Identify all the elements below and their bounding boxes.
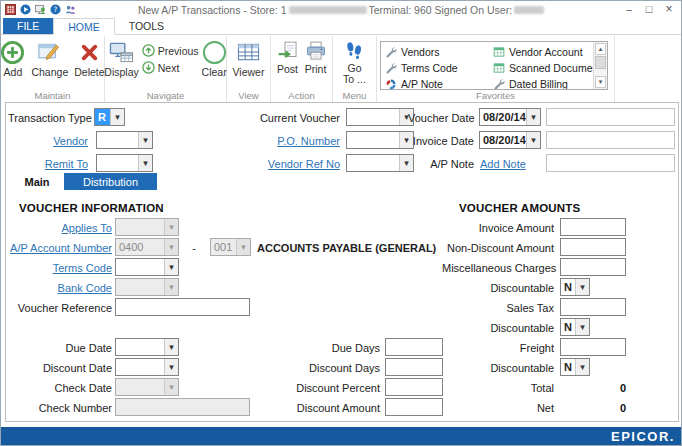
chevron-down-icon bbox=[236, 239, 250, 255]
remit-to-link[interactable]: Remit To bbox=[8, 155, 88, 173]
favorite-item-terms-code[interactable]: Terms Code bbox=[385, 61, 458, 75]
favorite-item-ap-note[interactable]: A/P Note bbox=[385, 77, 443, 90]
remit-to-combo[interactable] bbox=[96, 154, 153, 172]
net-label: Net bbox=[442, 399, 554, 417]
non-discount-amount-label: Non-Discount Amount bbox=[442, 239, 554, 257]
due-date-combo[interactable] bbox=[115, 338, 179, 356]
vendor-link[interactable]: Vendor bbox=[8, 132, 88, 150]
vendor-ref-no-combo[interactable] bbox=[346, 154, 414, 172]
print-button[interactable]: Print bbox=[302, 40, 330, 75]
go-to-button[interactable]: GoTo ... bbox=[340, 40, 369, 85]
favorites-scrollbar[interactable] bbox=[593, 42, 607, 89]
add-note-link[interactable]: Add Note bbox=[480, 155, 540, 173]
discount-amount-input[interactable] bbox=[385, 398, 443, 416]
tab-home[interactable]: HOME bbox=[53, 18, 115, 35]
play-icon[interactable] bbox=[20, 4, 31, 15]
display-button[interactable]: Display bbox=[101, 40, 141, 78]
next-button[interactable]: Next bbox=[142, 61, 199, 74]
redacted-text bbox=[289, 6, 367, 14]
chevron-down-icon bbox=[138, 132, 152, 148]
sales-tax-input[interactable] bbox=[560, 298, 626, 316]
transaction-type-combo[interactable]: R bbox=[94, 108, 125, 126]
ap-note-label: A/P Note bbox=[408, 155, 474, 173]
chevron-down-icon bbox=[138, 155, 152, 171]
current-voucher-label: Current Voucher bbox=[250, 109, 340, 127]
discountable-3-combo[interactable]: N bbox=[560, 358, 590, 376]
scroll-up-icon[interactable] bbox=[595, 43, 606, 55]
due-date-label: Due Date bbox=[8, 339, 112, 357]
tab-tools[interactable]: TOOLS bbox=[115, 18, 178, 34]
voucher-reference-input[interactable] bbox=[115, 298, 250, 316]
close-button[interactable] bbox=[659, 1, 679, 17]
favorite-item-vendors[interactable]: Vendors bbox=[385, 45, 440, 59]
invoice-amount-input[interactable] bbox=[560, 218, 626, 236]
previous-button[interactable]: Previous bbox=[142, 44, 199, 57]
table-icon bbox=[493, 62, 505, 74]
favorite-item-scanned-documents[interactable]: Scanned Documents bbox=[493, 61, 606, 75]
account-description: ACCOUNTS PAYABLE (GENERAL) bbox=[257, 239, 457, 257]
chevron-down-icon bbox=[164, 279, 178, 295]
ribbon: Add Change Delete Maintain Display Previ… bbox=[1, 36, 681, 102]
window-title-part2: Terminal: 960 Signed On User: bbox=[369, 4, 513, 16]
applies-to-link[interactable]: Applies To bbox=[8, 219, 112, 237]
viewer-button[interactable]: Viewer bbox=[230, 40, 268, 78]
delete-icon bbox=[77, 40, 102, 65]
check-number-input bbox=[115, 398, 250, 416]
add-button[interactable]: Add bbox=[0, 40, 28, 78]
discount-days-input[interactable] bbox=[385, 358, 443, 376]
ap-account-sub-combo: 001 bbox=[210, 238, 251, 256]
scroll-down-icon[interactable] bbox=[595, 76, 606, 88]
terms-code-link[interactable]: Terms Code bbox=[8, 259, 112, 277]
chevron-down-icon bbox=[575, 279, 589, 295]
discountable-3-label: Discountable bbox=[442, 359, 554, 377]
change-button[interactable]: Change bbox=[28, 40, 71, 78]
current-voucher-combo[interactable] bbox=[346, 108, 414, 126]
session-icon[interactable] bbox=[35, 4, 46, 15]
titlebar: ? New A/P Transactions - Store: 1 Termin… bbox=[1, 1, 681, 18]
status-bar: EPICOR. bbox=[1, 427, 681, 445]
discountable-2-combo[interactable]: N bbox=[560, 318, 590, 336]
tab-main[interactable]: Main bbox=[10, 173, 64, 190]
po-number-combo[interactable] bbox=[346, 131, 414, 149]
non-discount-amount-input[interactable] bbox=[560, 238, 626, 256]
post-button[interactable]: Post bbox=[274, 40, 302, 75]
minimize-button[interactable] bbox=[619, 1, 639, 17]
maximize-button[interactable] bbox=[639, 1, 659, 17]
bank-code-link[interactable]: Bank Code bbox=[8, 279, 112, 297]
voucher-description-field-2 bbox=[546, 131, 675, 149]
voucher-amounts-title: VOUCHER AMOUNTS bbox=[459, 202, 580, 214]
scrollbar-thumb[interactable] bbox=[595, 56, 606, 69]
table-icon bbox=[493, 46, 505, 58]
clear-button[interactable]: Clear bbox=[199, 40, 230, 78]
po-number-link[interactable]: P.O. Number bbox=[250, 132, 340, 150]
vendor-combo[interactable] bbox=[96, 131, 153, 149]
chevron-down-icon bbox=[164, 239, 178, 255]
titlebar-icons: ? bbox=[1, 4, 76, 15]
discount-percent-input[interactable] bbox=[385, 378, 443, 396]
users-icon[interactable] bbox=[65, 4, 76, 15]
check-date-combo bbox=[115, 378, 179, 396]
due-days-input[interactable] bbox=[385, 338, 443, 356]
discountable-1-combo[interactable]: N bbox=[560, 278, 590, 296]
voucher-information-title: VOUCHER INFORMATION bbox=[19, 202, 164, 214]
footprints-icon bbox=[343, 40, 365, 62]
tab-file[interactable]: FILE bbox=[3, 18, 53, 34]
tab-distribution[interactable]: Distribution bbox=[64, 173, 157, 190]
voucher-date-combo[interactable]: 08/20/14 bbox=[479, 108, 541, 126]
favorite-item-vendor-account[interactable]: Vendor Account bbox=[493, 45, 583, 59]
favorite-item-dated-billing[interactable]: Dated Billing bbox=[493, 77, 568, 90]
ribbon-group-favorites: Vendors Terms Code A/P Note Vendor Accou… bbox=[377, 36, 615, 102]
freight-input[interactable] bbox=[560, 338, 626, 356]
discount-date-combo[interactable] bbox=[115, 358, 179, 376]
ribbon-group-view: Viewer View bbox=[227, 36, 271, 102]
miscellaneous-charges-input[interactable] bbox=[560, 258, 626, 276]
ap-account-number-link[interactable]: A/P Account Number bbox=[8, 239, 112, 257]
wrench-icon bbox=[385, 62, 397, 74]
check-date-label: Check Date bbox=[8, 379, 112, 397]
discount-percent-label: Discount Percent bbox=[282, 379, 380, 397]
help-icon[interactable]: ? bbox=[50, 4, 61, 15]
terms-code-combo[interactable] bbox=[115, 258, 179, 276]
invoice-date-combo[interactable]: 08/20/14 bbox=[479, 131, 541, 149]
vendor-ref-no-link[interactable]: Vendor Ref No bbox=[250, 155, 340, 173]
chevron-down-icon bbox=[164, 339, 178, 355]
